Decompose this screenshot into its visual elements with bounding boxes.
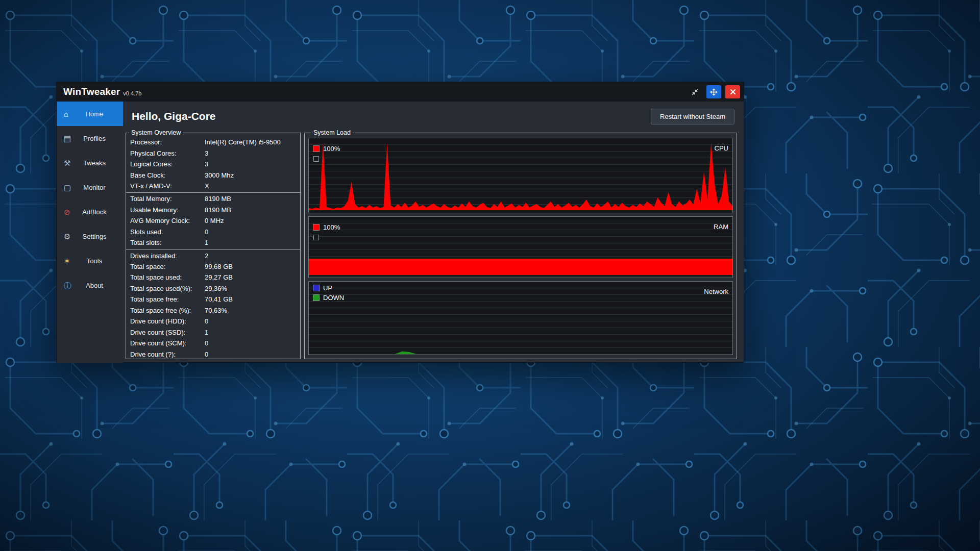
- sidebar-item-label: Profiles: [74, 135, 105, 142]
- info-row: Processor: Intel(R) Core(TM) i5-9500: [130, 137, 297, 147]
- sidebar-item-label: AdBlock: [73, 208, 107, 216]
- main-content: Hello, Giga-Core Restart without Steam S…: [123, 102, 744, 363]
- info-value: 2: [205, 252, 297, 260]
- restore-down-icon: [691, 88, 699, 96]
- cpu-legend-label: 100%: [323, 145, 340, 153]
- sidebar-item-tools[interactable]: ✶ Tools: [57, 248, 123, 273]
- cpu-load-chart: 100% CPU: [308, 138, 733, 213]
- info-value: 8190 MB: [205, 206, 297, 214]
- info-row: Slots used: 0: [130, 227, 297, 237]
- network-history-graph: [309, 287, 732, 354]
- cpu-history-graph: [309, 143, 732, 210]
- info-row: Total space free (%): 70,63%: [130, 305, 297, 316]
- ram-scale-checkbox[interactable]: [313, 235, 319, 240]
- network-down-legend: DOWN: [313, 294, 344, 302]
- memory-info-section: Total Memory: 8190 MB Usable Memory: 819…: [126, 192, 300, 249]
- profiles-icon: ▤: [64, 135, 71, 142]
- info-value: 8190 MB: [205, 195, 297, 203]
- sidebar-item-home[interactable]: ⌂ Home: [57, 102, 123, 126]
- info-value: 0: [205, 350, 297, 358]
- info-label: Base Clock:: [130, 171, 205, 179]
- info-label: AVG Memory Clock:: [130, 217, 205, 224]
- info-label: Total space free (%):: [130, 307, 205, 314]
- settings-icon: ⚙: [64, 233, 70, 240]
- cpu-scale-checkbox[interactable]: [313, 156, 319, 162]
- move-icon: [710, 88, 718, 96]
- info-row: Total Memory: 8190 MB: [130, 193, 297, 204]
- info-row: Drive count (HDD): 0: [130, 316, 297, 327]
- info-value: 3000 Mhz: [205, 171, 297, 179]
- info-row: Total space free: 70,41 GB: [130, 294, 297, 305]
- cpu-panel-label: CPU: [715, 144, 728, 152]
- info-label: Total Memory:: [130, 195, 205, 203]
- network-down-label: DOWN: [323, 294, 344, 302]
- info-row: Total slots: 1: [130, 237, 297, 248]
- info-label: Total slots:: [130, 239, 205, 246]
- info-value: 0: [205, 317, 297, 325]
- sidebar-item-profiles[interactable]: ▤ Profiles: [57, 126, 123, 151]
- app-version: v0.4.7b: [123, 90, 141, 96]
- network-up-legend: UP: [313, 284, 332, 292]
- info-row: Physical Cores: 3: [130, 147, 297, 158]
- sidebar-item-label: Monitor: [74, 184, 105, 191]
- close-icon: [729, 88, 737, 95]
- expand-button[interactable]: [706, 85, 721, 98]
- info-label: Logical Cores:: [130, 160, 205, 168]
- info-label: Drive count (HDD):: [130, 317, 205, 325]
- info-label: Slots used:: [130, 228, 205, 236]
- sidebar-item-settings[interactable]: ⚙ Settings: [57, 224, 123, 248]
- app-title: WinTweaker: [63, 86, 120, 97]
- ram-panel-label: RAM: [714, 223, 728, 231]
- info-value: 0: [205, 228, 297, 236]
- info-row: Usable Memory: 8190 MB: [130, 205, 297, 215]
- ram-legend: 100%: [313, 223, 340, 231]
- network-panel-label: Network: [704, 288, 728, 295]
- adblock-icon: ⊘: [64, 208, 70, 216]
- titlebar[interactable]: WinTweaker v0.4.7b: [57, 82, 744, 102]
- info-row: Base Clock: 3000 Mhz: [130, 169, 297, 180]
- info-row: AVG Memory Clock: 0 MHz: [130, 215, 297, 226]
- network-down-swatch: [313, 294, 320, 301]
- sidebar-item-about[interactable]: ⓘ About: [57, 273, 123, 297]
- restore-down-button[interactable]: [688, 85, 702, 98]
- sidebar: ⌂ Home ▤ Profiles ⚒ Tweaks ▢ Monitor ⊘ A…: [57, 102, 123, 363]
- sidebar-item-label: About: [77, 282, 103, 289]
- info-value: 0: [205, 339, 297, 347]
- cpu-series: [309, 143, 732, 210]
- sidebar-item-monitor[interactable]: ▢ Monitor: [57, 175, 123, 199]
- close-button[interactable]: [725, 85, 740, 98]
- sidebar-item-label: Tweaks: [74, 159, 106, 167]
- restart-without-steam-button[interactable]: Restart without Steam: [651, 109, 734, 124]
- info-label: Drive count (?):: [130, 350, 205, 358]
- info-label: Total space used(%):: [130, 285, 205, 292]
- wintweaker-window: WinTweaker v0.4.7b: [56, 82, 744, 363]
- info-value: X: [205, 182, 297, 190]
- system-overview-title: System Overview: [129, 129, 183, 136]
- info-row: Total space used: 29,27 GB: [130, 272, 297, 283]
- ram-legend-label: 100%: [323, 223, 340, 231]
- info-value: 29,27 GB: [205, 273, 297, 281]
- info-value: Intel(R) Core(TM) i5-9500: [205, 138, 297, 146]
- sidebar-item-tweaks[interactable]: ⚒ Tweaks: [57, 151, 123, 175]
- info-label: Total space free:: [130, 295, 205, 303]
- monitor-icon: ▢: [64, 184, 71, 191]
- info-value: 70,63%: [205, 307, 297, 314]
- sidebar-item-label: Tools: [78, 257, 102, 265]
- sidebar-item-adblock[interactable]: ⊘ AdBlock: [57, 199, 123, 224]
- cpu-legend-swatch: [313, 145, 320, 152]
- tweaks-icon: ⚒: [64, 159, 70, 167]
- info-row: Drives installed: 2: [130, 250, 297, 261]
- network-load-chart: UP DOWN Network: [308, 281, 733, 355]
- ram-load-chart: 100% RAM: [308, 216, 733, 278]
- info-label: Physical Cores:: [130, 149, 205, 157]
- info-value: 0 MHz: [205, 217, 297, 224]
- network-up-swatch: [313, 285, 320, 291]
- info-label: Drive count (SCM):: [130, 339, 205, 347]
- ram-legend-swatch: [313, 224, 320, 231]
- storage-info-section: Drives installed: 2 Total space: 99,68 G…: [126, 249, 300, 359]
- info-row: Logical Cores: 3: [130, 159, 297, 169]
- sidebar-item-label: Settings: [74, 233, 107, 240]
- info-row: Total space used(%): 29,36%: [130, 283, 297, 294]
- info-label: VT-x / AMD-V:: [130, 182, 205, 190]
- info-value: 1: [205, 329, 297, 336]
